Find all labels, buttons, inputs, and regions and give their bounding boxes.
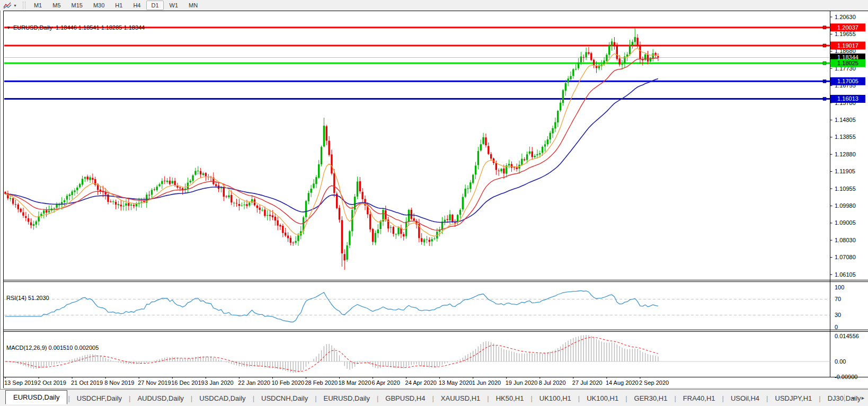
candle-body (557, 111, 559, 122)
candle-body (403, 234, 404, 237)
chart-tab-hk50-h1[interactable]: HK50,H1 (490, 392, 530, 404)
candle-body (375, 233, 376, 242)
candle-body (128, 203, 129, 206)
horizontal-level-line[interactable] (4, 63, 830, 64)
candle-body (550, 133, 551, 139)
price-tick-label: 1.13855 (835, 134, 856, 140)
date-label: 1 Jun 2020 (472, 379, 501, 386)
macd-tick-label: -0.00900 (835, 374, 857, 380)
candle-body (467, 188, 468, 189)
price-tick-label: 1.09005 (835, 219, 856, 226)
chart-tab-usdcad-daily[interactable]: USDCAD,Daily (193, 392, 252, 404)
candle-body (369, 214, 371, 230)
candle-body (15, 204, 16, 205)
candle-body (361, 192, 363, 199)
price-chart-canvas[interactable]: 1.206301.196551.186801.177301.167551.157… (0, 11, 868, 389)
tab-scroll-right-icon[interactable]: ► (858, 394, 868, 402)
candle-body (516, 167, 517, 169)
candle-body (156, 187, 157, 190)
candle-body (261, 210, 263, 210)
candle-body (200, 171, 201, 174)
chart-tab-ger30-h1[interactable]: GER30,H1 (628, 392, 674, 404)
chart-tab-uk100-h1[interactable]: UK100,H1 (580, 392, 625, 404)
timeframe-button-d1[interactable]: D1 (146, 1, 163, 10)
candle-body (194, 171, 196, 174)
horizontal-level-line[interactable] (4, 81, 830, 82)
candle-body (421, 238, 422, 242)
chart-tab-eurusd-daily[interactable]: EURUSD,Daily (5, 390, 67, 404)
line-handle[interactable] (823, 61, 826, 65)
candle-body (485, 137, 486, 145)
macd-tick-label: 0.014556 (835, 333, 859, 339)
line-handle[interactable] (823, 26, 826, 29)
timeframe-button-m30[interactable]: M30 (88, 1, 109, 10)
candle-body (429, 240, 430, 242)
candle-body (290, 238, 291, 243)
timeframe-button-m1[interactable]: M1 (29, 1, 47, 10)
date-label: 2 Oct 2019 (38, 379, 66, 386)
candle-body (17, 205, 19, 209)
candle-body (205, 173, 207, 176)
candle-body (560, 103, 561, 111)
candle-body (390, 227, 392, 228)
price-tick-label: 1.19655 (835, 31, 856, 37)
candle-body (423, 240, 425, 243)
candle-body (197, 171, 199, 171)
candle-body (480, 144, 482, 151)
date-label: 27 Nov 2019 (138, 379, 171, 386)
chart-tab-fra40-h1[interactable]: FRA40,H1 (677, 392, 722, 404)
timeframe-button-h1[interactable]: H1 (110, 1, 127, 10)
candle-body (449, 214, 450, 220)
indicator-tool-button[interactable]: ▼ (2, 1, 19, 10)
candle-body (413, 218, 414, 220)
candle-body (87, 176, 88, 179)
timeframe-button-h4[interactable]: H4 (128, 1, 145, 10)
toolbar-grip[interactable] (23, 2, 25, 9)
line-handle[interactable] (823, 44, 826, 47)
tab-scroll-left-icon[interactable]: ◄ (848, 394, 858, 402)
candle-body (444, 219, 446, 222)
horizontal-level-line[interactable] (4, 98, 830, 100)
chart-tab-xauusd-h1[interactable]: XAUUSD,H1 (435, 392, 486, 404)
candle-body (580, 57, 582, 63)
candle-body (572, 69, 574, 76)
candle-body (274, 217, 276, 220)
timeframe-button-m5[interactable]: M5 (48, 1, 65, 10)
chart-title[interactable]: ▼EURUSD,Daily 1.18446 1.18541 1.18285 1.… (6, 24, 145, 31)
candle-body (231, 195, 232, 202)
candle-body (238, 204, 240, 206)
rsi-tick-label: 100 (835, 284, 844, 290)
candle-body (323, 126, 325, 146)
candle-body (431, 239, 432, 241)
candle-body (71, 191, 73, 195)
candle-body (472, 175, 474, 183)
chart-tab-audusd-daily[interactable]: AUDUSD,Daily (131, 392, 190, 404)
candle-body (583, 57, 584, 58)
candle-body (611, 41, 613, 46)
candle-body (43, 210, 45, 214)
chart-tab-eurusd-daily[interactable]: EURUSD,Daily (317, 392, 376, 404)
chart-tab-usdjpy-h1[interactable]: USDJPY,H1 (769, 392, 819, 404)
candle-body (154, 189, 155, 190)
candle-body (532, 152, 533, 157)
candle-body (164, 181, 165, 181)
chart-tab-gbpusd-h4[interactable]: GBPUSD,H4 (379, 392, 431, 404)
candle-body (46, 210, 47, 213)
horizontal-level-line[interactable] (4, 45, 830, 46)
chart-background (0, 11, 868, 389)
chart-tab-uk100-h1[interactable]: UK100,H1 (533, 392, 578, 404)
timeframe-button-mn[interactable]: MN (184, 1, 202, 10)
chart-tab-usdchf-daily[interactable]: USDCHF,Daily (70, 392, 128, 404)
candle-body (53, 208, 55, 209)
timeframe-button-w1[interactable]: W1 (165, 1, 183, 10)
chart-tab-usoil-h4[interactable]: USOil,H4 (724, 392, 766, 404)
candle-body (554, 122, 556, 128)
candle-body (76, 188, 78, 190)
candle-body (69, 195, 70, 196)
timeframe-button-m15[interactable]: M15 (67, 1, 87, 10)
line-handle[interactable] (823, 80, 826, 83)
line-handle[interactable] (823, 97, 826, 100)
chart-tab-usdcnh-daily[interactable]: USDCNH,Daily (255, 392, 314, 404)
candle-body (267, 215, 268, 216)
date-label: 6 Apr 2020 (372, 379, 400, 386)
